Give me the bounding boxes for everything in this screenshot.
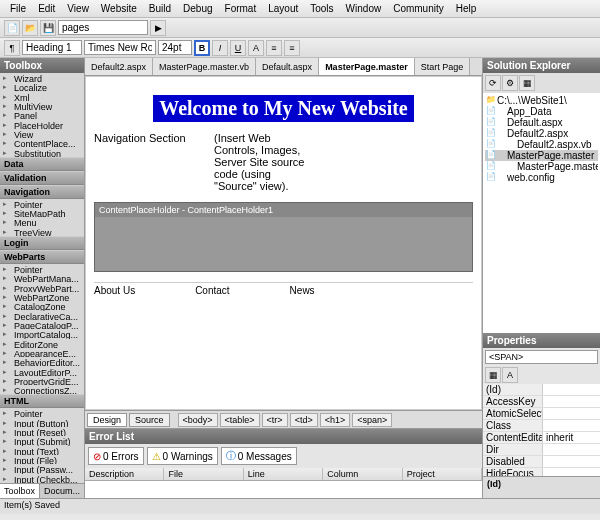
toolbox-item[interactable]: ImportCatalog...	[0, 329, 84, 338]
refresh-icon[interactable]: ⟳	[485, 75, 501, 91]
tree-item[interactable]: web.config	[485, 172, 598, 183]
address-input[interactable]	[58, 20, 148, 35]
tree-item[interactable]: Default2.aspx.vb	[485, 139, 598, 150]
col-project[interactable]: Project	[403, 468, 482, 480]
toolbox-item[interactable]: Menu	[0, 217, 84, 226]
heading-select[interactable]	[22, 40, 82, 55]
menu-help[interactable]: Help	[450, 1, 483, 16]
toolbox-item[interactable]: SiteMapPath	[0, 208, 84, 217]
toolbox-cat-webparts[interactable]: WebParts	[0, 250, 84, 264]
crumb[interactable]: <body>	[178, 413, 218, 427]
prop-val[interactable]	[543, 444, 600, 455]
menu-edit[interactable]: Edit	[32, 1, 61, 16]
page-title[interactable]: Welcome to My New Website	[153, 95, 413, 122]
toolbox-item[interactable]: TreeView	[0, 227, 84, 236]
toolbox-item[interactable]: BehaviorEditor...	[0, 357, 84, 366]
properties-target[interactable]	[485, 350, 598, 364]
crumb[interactable]: <td>	[290, 413, 318, 427]
col-file[interactable]: File	[164, 468, 243, 480]
toolbox-item[interactable]: LayoutEditorP...	[0, 367, 84, 376]
prop-key[interactable]: HideFocus	[483, 468, 543, 476]
toolbox-item[interactable]: WebPartMana...	[0, 273, 84, 282]
col-line[interactable]: Line	[244, 468, 323, 480]
toolbox-cat-validation[interactable]: Validation	[0, 171, 84, 185]
bold-button[interactable]: B	[194, 40, 210, 56]
toolbox-item[interactable]: Pointer	[0, 199, 84, 208]
toolbox-item[interactable]: PlaceHolder	[0, 120, 84, 129]
crumb[interactable]: <h1>	[320, 413, 351, 427]
toolbox-item[interactable]: Pointer	[0, 264, 84, 273]
toolbox-item[interactable]: EditorZone	[0, 339, 84, 348]
alpha-icon[interactable]: A	[502, 367, 518, 383]
solution-root[interactable]: C:\...\WebSite1\	[485, 95, 598, 106]
menu-tools[interactable]: Tools	[304, 1, 339, 16]
prop-val[interactable]	[543, 408, 600, 419]
col-description[interactable]: Description	[85, 468, 164, 480]
menu-community[interactable]: Community	[387, 1, 450, 16]
prop-key[interactable]: AccessKey	[483, 396, 543, 407]
font-select[interactable]	[84, 40, 156, 55]
menu-file[interactable]: File	[4, 1, 32, 16]
toolbox-item[interactable]: Localize	[0, 82, 84, 91]
warnings-filter[interactable]: ⚠0 Warnings	[147, 447, 218, 465]
prop-key[interactable]: ContentEdital	[483, 432, 543, 443]
tree-item[interactable]: MasterPage.master.vb	[485, 161, 598, 172]
toolbox-item[interactable]: PageCatalogP...	[0, 320, 84, 329]
errors-filter[interactable]: ⊘0 Errors	[88, 447, 144, 465]
prop-key[interactable]: Dir	[483, 444, 543, 455]
toolbox-cat-navigation[interactable]: Navigation	[0, 185, 84, 199]
prop-key[interactable]: (Id)	[483, 384, 543, 395]
menu-format[interactable]: Format	[219, 1, 263, 16]
align-center-icon[interactable]: ≡	[284, 40, 300, 56]
toolbox-item[interactable]: DeclarativeCa...	[0, 311, 84, 320]
align-left-icon[interactable]: ≡	[266, 40, 282, 56]
prop-val[interactable]	[543, 456, 600, 467]
toolbox-item[interactable]: WebPartZone	[0, 292, 84, 301]
size-select[interactable]	[158, 40, 192, 55]
doc-tab[interactable]: Start Page	[415, 58, 471, 75]
design-tab[interactable]: Design	[87, 413, 127, 427]
toolbox-item[interactable]: MultiView	[0, 101, 84, 110]
toolbox-item[interactable]: Xml	[0, 92, 84, 101]
menu-website[interactable]: Website	[95, 1, 143, 16]
toolbox-tab[interactable]: Toolbox	[0, 484, 40, 498]
toolbox-item[interactable]: ContentPlace...	[0, 138, 84, 147]
source-tab[interactable]: Source	[129, 413, 170, 427]
footer-about[interactable]: About Us	[94, 285, 135, 296]
prop-val[interactable]	[543, 468, 600, 476]
toolbox-item[interactable]: Input (Button)	[0, 418, 84, 427]
go-icon[interactable]: ▶	[150, 20, 166, 36]
footer-contact[interactable]: Contact	[195, 285, 229, 296]
nav-section[interactable]: Navigation Section	[94, 132, 194, 192]
prop-val[interactable]: inherit	[543, 432, 600, 443]
menu-window[interactable]: Window	[340, 1, 388, 16]
doc-tab[interactable]: MasterPage.master.vb	[153, 58, 256, 75]
col-column[interactable]: Column	[323, 468, 402, 480]
prop-val[interactable]	[543, 384, 600, 395]
tree-item-selected[interactable]: MasterPage.master	[485, 150, 598, 161]
menu-debug[interactable]: Debug	[177, 1, 218, 16]
prop-key[interactable]: Class	[483, 420, 543, 431]
toolbox-cat-data[interactable]: Data	[0, 157, 84, 171]
doc-tab[interactable]: Default.aspx	[256, 58, 319, 75]
new-icon[interactable]: 📄	[4, 20, 20, 36]
toolbox-cat-login[interactable]: Login	[0, 236, 84, 250]
tree-item[interactable]: App_Data	[485, 106, 598, 117]
prop-key[interactable]: Disabled	[483, 456, 543, 467]
toolbox-item[interactable]: ConnectionsZ...	[0, 385, 84, 394]
color-button[interactable]: A	[248, 40, 264, 56]
doc-tab-active[interactable]: MasterPage.master	[319, 58, 415, 75]
toolbox-item[interactable]: Input (File)	[0, 455, 84, 464]
footer-news[interactable]: News	[290, 285, 315, 296]
properties-icon[interactable]: ⚙	[502, 75, 518, 91]
menu-layout[interactable]: Layout	[262, 1, 304, 16]
show-all-icon[interactable]: ▦	[519, 75, 535, 91]
save-icon[interactable]: 💾	[40, 20, 56, 36]
prop-val[interactable]	[543, 420, 600, 431]
toolbox-item[interactable]: Input (Submit)	[0, 436, 84, 445]
menu-build[interactable]: Build	[143, 1, 177, 16]
crumb[interactable]: <span>	[352, 413, 392, 427]
crumb[interactable]: <table>	[220, 413, 260, 427]
toolbox-item[interactable]: Panel	[0, 110, 84, 119]
design-surface[interactable]: Welcome to My New Website Navigation Sec…	[85, 76, 482, 410]
